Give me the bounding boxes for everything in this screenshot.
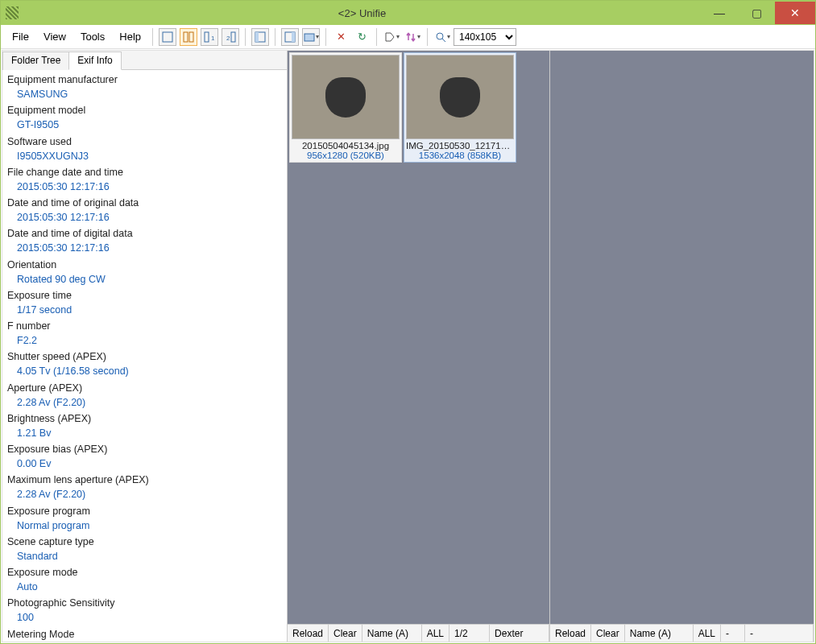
exif-value: 2.28 Av (F2.20) [7,487,284,502]
thumbnail-image[interactable] [292,55,400,139]
sort-indicator[interactable]: Name (A) [362,625,422,642]
menu-view[interactable]: View [37,27,72,46]
exif-value: F2.2 [7,333,284,348]
svg-rect-6 [231,32,235,42]
exif-row: Exposure bias (APEX)0.00 Ev [4,441,287,472]
exif-row: Date and time of original data2015:05:30… [4,195,287,225]
minimize-button[interactable]: — [701,2,738,24]
maximize-button[interactable]: ▢ [738,2,775,24]
exif-label: Shutter speed (APEX) [7,349,284,364]
layout-left-icon[interactable]: 1 [201,28,218,46]
middle-status-bar: Reload Clear Name (A) ALL 1/2 Dexter [288,624,549,642]
preview-area[interactable] [550,51,814,624]
layout-right-icon[interactable]: 2 [222,28,239,46]
panel-toggle-b-icon[interactable] [281,28,299,46]
sort-indicator[interactable]: Name (A) [625,625,694,642]
path-indicator: - [745,625,814,642]
close-button[interactable]: ✕ [775,2,815,24]
exif-value: 2015:05:30 12:17:16 [7,241,284,255]
tag-icon[interactable]: ▾ [383,28,400,46]
exif-label: Aperture (APEX) [7,381,284,395]
menu-tools[interactable]: Tools [74,27,111,46]
svg-rect-10 [292,32,295,42]
svg-rect-11 [304,34,314,41]
panel-toggle-a-icon[interactable] [251,28,269,46]
refresh-icon[interactable]: ↻ [353,28,371,46]
exif-label: Orientation [7,258,284,272]
thumbnail-grid[interactable]: 20150504045134.jpg956x1280 (520KB)IMG_20… [288,51,549,624]
reload-button[interactable]: Reload [550,625,591,642]
exif-label: Date and time of original data [7,196,284,210]
thumbnail-meta: 1536x2048 (858KB) [419,151,501,160]
thumbnail-card[interactable]: 20150504045134.jpg956x1280 (520KB) [289,52,402,163]
exif-row: Equipment manufacturerSAMSUNG [4,72,287,102]
exif-value: 4.05 Tv (1/16.58 second) [7,364,284,378]
exif-value: 1/17 second [7,303,284,317]
titlebar[interactable]: <2> Unifie — ▢ ✕ [1,1,815,25]
exif-row: Shutter speed (APEX)4.05 Tv (1/16.58 sec… [4,349,287,379]
layout-single-icon[interactable] [159,28,176,46]
thumbnail-filename: IMG_20150530_121717.jpg [406,141,514,151]
exif-label: Metering Mode [7,627,284,642]
exif-value: SAMSUNG [7,87,284,101]
clear-button[interactable]: Clear [329,625,362,642]
separator [325,28,326,46]
chevron-down-icon: ▾ [417,33,420,40]
exif-row: File change date and time2015:05:30 12:1… [4,164,287,195]
exif-row: F numberF2.2 [4,318,287,349]
thumbnail-size-select[interactable]: 140x105 [454,28,516,46]
exif-label: Exposure mode [7,565,284,580]
tab-exif-info[interactable]: Exif Info [68,52,121,70]
svg-line-13 [442,39,445,42]
sort-icon[interactable]: ▾ [404,28,421,46]
chevron-down-icon: ▾ [316,33,319,40]
thumbnail-image[interactable] [406,55,514,139]
exif-list[interactable]: Equipment manufacturerSAMSUNGEquipment m… [2,70,287,642]
position-indicator: 1/2 [449,625,490,642]
menu-help[interactable]: Help [113,27,147,46]
svg-rect-1 [184,32,188,42]
exif-row: Date and time of digital data2015:05:30 … [4,225,287,256]
exif-label: F number [7,319,284,333]
exif-row: Maximum lens aperture (APEX)2.28 Av (F2.… [4,472,287,502]
filter-indicator[interactable]: ALL [694,625,721,642]
exif-row: Scene capture typeStandard [4,534,287,564]
filter-indicator[interactable]: ALL [422,625,449,642]
middle-panel: 20150504045134.jpg956x1280 (520KB)IMG_20… [288,51,550,642]
layout-dual-icon[interactable] [180,28,197,46]
exif-label: Exposure program [7,504,284,518]
exif-label: Exposure bias (APEX) [7,442,284,456]
svg-point-12 [437,33,443,39]
thumbnail-meta: 956x1280 (520KB) [307,151,384,160]
exif-row: Software usedI9505XXUGNJ3 [4,134,287,164]
svg-rect-3 [205,32,209,42]
app-icon [6,6,19,19]
exif-row: Equipment modelGT-I9505 [4,102,287,133]
exif-value: Normal program [7,518,284,533]
separator [152,28,153,46]
chevron-down-icon: ▾ [396,33,400,40]
exif-label: Equipment model [7,103,284,118]
search-icon[interactable]: ▾ [433,28,451,46]
thumbnail-card[interactable]: IMG_20150530_121717.jpg1536x2048 (858KB) [404,52,516,163]
thumbnail-filename: 20150504045134.jpg [302,141,389,151]
reload-button[interactable]: Reload [288,625,329,642]
exif-row: Exposure modeAuto [4,564,287,595]
delete-icon[interactable]: ✕ [332,28,350,46]
menubar: File View Tools Help 1 2 ▾ ✕ ↻ ▾ ▾ ▾ 140… [1,25,815,49]
exif-value: Auto [7,580,284,594]
right-status-bar: Reload Clear Name (A) ALL - - [550,624,814,642]
separator [427,28,428,46]
content-area: Folder Tree Exif Info Equipment manufact… [2,50,814,642]
left-panel: Folder Tree Exif Info Equipment manufact… [2,51,288,642]
clear-button[interactable]: Clear [591,625,625,642]
exif-row: Photographic Sensitivity100 [4,595,287,625]
window-mode-icon[interactable]: ▾ [302,28,320,46]
window-controls: — ▢ ✕ [701,2,815,24]
path-indicator: Dexter [490,625,549,642]
svg-rect-8 [255,32,259,42]
tab-folder-tree[interactable]: Folder Tree [2,52,69,70]
menu-file[interactable]: File [6,27,35,46]
exif-row: Brightness (APEX)1.21 Bv [4,411,287,441]
separator [275,28,275,46]
